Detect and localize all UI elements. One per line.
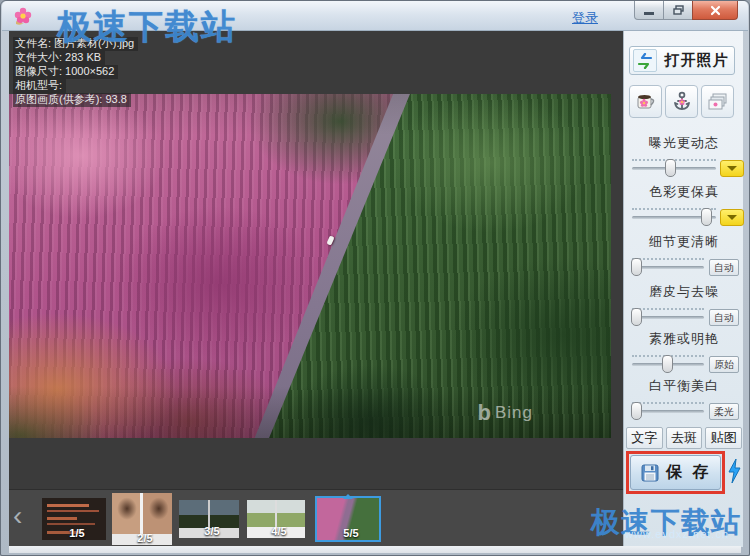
thumb-label: 2/5 [112, 532, 178, 544]
batch-photos-button[interactable] [701, 85, 734, 118]
filmstrip: ‹ 1/5 2/5 3/5 4/5 5/5 [9, 489, 623, 547]
login-link[interactable]: 登录 [572, 9, 598, 27]
exposure-dropdown-button[interactable] [720, 160, 744, 177]
exif-info-overlay: 文件名: 图片素材(小).jpg 文件大小: 283 KB 图像尺寸: 1000… [13, 37, 138, 107]
slider-thumb[interactable] [665, 159, 676, 177]
main-content: b Bing 文件名: 图片素材(小).jpg 文件大小: 283 KB 图像尺… [9, 31, 743, 547]
slider-label: 素雅或明艳 [624, 330, 744, 348]
thumb-label: 5/5 [317, 527, 385, 539]
bing-watermark: b Bing [478, 402, 533, 424]
anchor-fix-button[interactable] [665, 85, 698, 118]
slider-ticks [632, 258, 704, 260]
text-tool-button[interactable]: 文字 [626, 427, 663, 449]
filmstrip-item-5[interactable]: 5/5 [315, 496, 381, 542]
minimize-icon [644, 12, 654, 15]
slider-label: 细节更清晰 [624, 233, 744, 251]
edited-photo[interactable]: b Bing [9, 94, 611, 438]
sticker-button[interactable]: 贴图 [705, 427, 742, 449]
slider-group-whitebalance: 白平衡美白 柔光 [624, 377, 744, 395]
slider-ticks [632, 308, 704, 310]
exposure-slider[interactable] [632, 167, 716, 170]
floppy-disk-icon [640, 463, 660, 483]
filmstrip-item-2[interactable]: 2/5 [112, 493, 172, 545]
photo-canvas: b Bing 文件名: 图片素材(小).jpg 文件大小: 283 KB 图像尺… [9, 31, 623, 547]
slider-label: 曝光更动态 [624, 134, 744, 152]
exif-filesize: 文件大小: 283 KB [13, 51, 105, 65]
thumb-label: 4/5 [247, 525, 311, 537]
slider-group-smooth: 磨皮与去噪 自动 [624, 283, 744, 301]
slider-label: 白平衡美白 [624, 377, 744, 395]
exif-filename: 文件名: 图片素材(小).jpg [13, 37, 138, 51]
color-slider[interactable] [632, 216, 716, 219]
filmstrip-item-4[interactable]: 4/5 [247, 500, 305, 538]
stacked-photos-icon [706, 90, 730, 114]
slider-group-exposure: 曝光更动态 [624, 134, 744, 152]
title-bar: 登录 [2, 1, 748, 31]
whitebalance-soft-button[interactable]: 柔光 [709, 403, 739, 420]
color-dropdown-button[interactable] [720, 209, 744, 226]
anchor-flower-icon [670, 90, 694, 114]
thumb-label: 3/5 [179, 525, 245, 537]
spot-removal-button[interactable]: 去斑 [666, 427, 703, 449]
smooth-slider[interactable] [632, 316, 704, 319]
slider-thumb[interactable] [631, 258, 642, 276]
slider-label: 色彩更保真 [624, 183, 744, 201]
detail-auto-button[interactable]: 自动 [709, 259, 739, 276]
smooth-auto-button[interactable]: 自动 [709, 309, 739, 326]
filmstrip-prev-arrow[interactable]: ‹ [13, 502, 22, 530]
photo-vignette [9, 94, 611, 438]
slider-group-detail: 细节更清晰 自动 [624, 233, 744, 251]
exif-dimensions: 图像尺寸: 1000×562 [13, 65, 118, 79]
slider-thumb[interactable] [631, 402, 642, 420]
detail-slider[interactable] [632, 266, 704, 269]
status-bar [9, 546, 741, 553]
lightning-bolt-icon[interactable] [727, 458, 742, 484]
slider-thumb[interactable] [631, 308, 642, 326]
cup-flower-icon [634, 90, 658, 114]
slider-ticks [632, 402, 704, 404]
vividness-slider[interactable] [632, 363, 704, 366]
tools-sidebar: 打开照片 [623, 31, 743, 547]
exif-quality: 原图画质(供参考): 93.8 [13, 93, 131, 107]
minimize-button[interactable] [634, 1, 664, 20]
open-photo-label: 打开照片 [659, 51, 734, 70]
app-window: 登录 b [0, 0, 750, 556]
open-photo-button[interactable]: 打开照片 [629, 46, 735, 75]
beautify-cup-button[interactable] [629, 85, 662, 118]
slider-label: 磨皮与去噪 [624, 283, 744, 301]
bing-logo-icon: b [478, 402, 491, 424]
vividness-original-button[interactable]: 原始 [709, 356, 739, 373]
app-logo-flower-icon [13, 6, 33, 26]
swap-arrows-icon [633, 49, 657, 72]
whitebalance-slider[interactable] [632, 410, 704, 413]
filmstrip-item-1[interactable]: 1/5 [42, 498, 106, 540]
slider-thumb[interactable] [662, 355, 673, 373]
close-button[interactable] [692, 1, 738, 20]
quick-tools [629, 85, 734, 118]
thumb-label: 1/5 [42, 527, 112, 539]
save-label: 保 存 [666, 462, 711, 483]
slider-group-color: 色彩更保真 [624, 183, 744, 201]
restore-icon [673, 5, 684, 15]
slider-thumb[interactable] [701, 208, 712, 226]
slider-group-vividness: 素雅或明艳 原始 [624, 330, 744, 348]
save-button[interactable]: 保 存 [630, 455, 721, 490]
restore-button[interactable] [663, 1, 693, 20]
close-icon [710, 5, 721, 16]
action-tabs: 文字 去斑 贴图 [626, 427, 742, 449]
window-controls [635, 1, 738, 20]
filmstrip-item-3[interactable]: 3/5 [179, 500, 239, 538]
exif-camera: 相机型号: [13, 79, 66, 93]
